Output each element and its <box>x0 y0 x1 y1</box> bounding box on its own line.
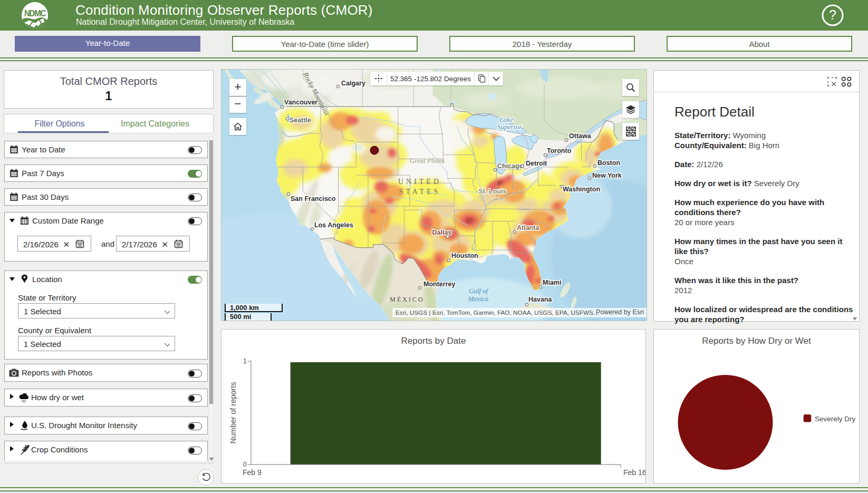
svg-text:Lake: Lake <box>499 115 513 123</box>
svg-text:Washington: Washington <box>563 186 600 193</box>
svg-text:UNITED: UNITED <box>398 178 441 186</box>
svg-text:Los Angeles: Los Angeles <box>314 221 353 229</box>
svg-text:MÉXICO: MÉXICO <box>390 296 424 303</box>
svg-text:Feb 9: Feb 9 <box>243 468 262 477</box>
svg-text:Superior: Superior <box>497 123 522 131</box>
svg-text:Calgary: Calgary <box>341 80 365 87</box>
svg-text:Gulf of: Gulf of <box>469 287 489 295</box>
svg-text:Boston: Boston <box>597 159 620 167</box>
svg-text:STATES: STATES <box>399 188 441 196</box>
svg-text:Chicago: Chicago <box>497 162 524 170</box>
svg-text:New York: New York <box>592 172 622 179</box>
svg-text:Great Plains: Great Plains <box>410 157 445 165</box>
svg-text:Monterrey: Monterrey <box>423 281 455 288</box>
svg-text:NDMC: NDMC <box>24 8 46 18</box>
svg-text:Number of reports: Number of reports <box>229 382 237 444</box>
svg-text:Feb 16: Feb 16 <box>623 468 645 477</box>
svg-text:Dallas: Dallas <box>432 229 452 236</box>
svg-text:Toronto: Toronto <box>547 147 572 154</box>
svg-text:0: 0 <box>243 460 247 468</box>
svg-text:Severely Dry: Severely Dry <box>815 415 856 423</box>
svg-text:Vancouver: Vancouver <box>284 99 317 106</box>
svg-text:Mexico: Mexico <box>468 295 489 303</box>
svg-text:Detroit: Detroit <box>526 160 547 167</box>
svg-text:Miami: Miami <box>543 279 561 286</box>
svg-text:St. Louis: St. Louis <box>479 188 507 195</box>
svg-text:Ottawa: Ottawa <box>569 132 592 140</box>
svg-text:Houston: Houston <box>451 252 478 259</box>
svg-text:Seattle: Seattle <box>290 117 311 124</box>
svg-text:1: 1 <box>243 357 247 365</box>
svg-text:San Francisco: San Francisco <box>291 195 336 202</box>
svg-text:Havana: Havana <box>528 296 553 303</box>
svg-text:Atlanta: Atlanta <box>517 224 539 231</box>
svg-text:?: ? <box>829 7 836 22</box>
